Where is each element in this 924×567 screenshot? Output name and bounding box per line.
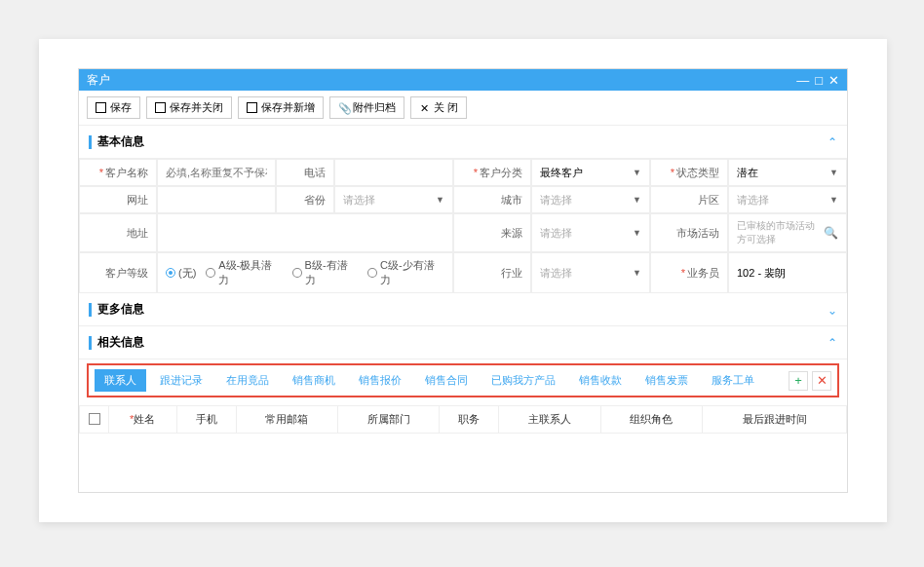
caret-down-icon: ▼ — [436, 195, 444, 205]
province-select[interactable]: 请选择▼ — [343, 193, 444, 208]
more-info-header[interactable]: 更多信息 ⌃ — [79, 293, 847, 326]
address-input[interactable] — [166, 227, 444, 239]
city-select[interactable]: 请选择▼ — [540, 193, 641, 208]
select-all-checkbox[interactable] — [89, 413, 100, 425]
tab-followup[interactable]: 跟进记录 — [150, 369, 212, 392]
save-icon — [96, 102, 106, 113]
related-info-header: 相关信息 ⌃ — [79, 326, 847, 359]
district-select[interactable]: 请选择▼ — [737, 193, 838, 208]
add-row-button[interactable]: + — [789, 371, 808, 391]
save-close-button[interactable]: 保存并关闭 — [146, 96, 232, 119]
attachment-icon: 📎 — [338, 102, 349, 113]
collapse-related-icon[interactable]: ⌃ — [828, 336, 837, 350]
level-radio-b[interactable]: B级-有潜力 — [292, 258, 358, 287]
basic-form-grid: *客户名称 电话 *客户分类 最终客户▼ *状态类型 潜在▼ 网址 省份 请选择… — [79, 159, 847, 293]
save-icon — [247, 102, 257, 113]
delete-row-button[interactable]: ✕ — [812, 371, 831, 391]
maximize-button[interactable]: □ — [815, 74, 823, 87]
tab-contract[interactable]: 销售合同 — [415, 369, 478, 392]
level-radio-group: (无) A级-极具潜力 B级-有潜力 C级-少有潜力 — [166, 258, 444, 287]
save-button[interactable]: 保存 — [87, 96, 140, 119]
source-select[interactable]: 请选择▼ — [540, 226, 641, 241]
level-radio-a[interactable]: A级-极具潜力 — [206, 258, 282, 287]
caret-down-icon: ▼ — [633, 228, 641, 238]
customer-name-input[interactable] — [166, 167, 267, 178]
url-input[interactable] — [166, 194, 267, 206]
level-radio-none[interactable]: (无) — [166, 266, 196, 281]
attachment-button[interactable]: 📎附件归档 — [329, 96, 404, 119]
window-controls: — □ ✕ — [796, 74, 839, 87]
tab-contacts[interactable]: 联系人 — [95, 369, 146, 392]
activity-lookup[interactable]: 已审核的市场活动方可选择🔍 — [737, 219, 838, 246]
customer-window: 客户 — □ ✕ 保存 保存并关闭 保存并新增 📎附件归档 ✕关 闭 基本信息 … — [78, 68, 848, 493]
save-new-button[interactable]: 保存并新增 — [238, 96, 324, 119]
caret-down-icon: ▼ — [633, 195, 641, 205]
search-icon[interactable]: 🔍 — [824, 226, 838, 240]
tab-opportunity[interactable]: 销售商机 — [283, 369, 345, 392]
expand-more-icon[interactable]: ⌃ — [828, 303, 837, 317]
caret-down-icon: ▼ — [829, 195, 838, 205]
contacts-table: *姓名 手机 常用邮箱 所属部门 职务 主联系人 组织角色 最后跟进时间 — [79, 405, 847, 434]
level-radio-c[interactable]: C级-少有潜力 — [367, 258, 444, 287]
save-icon — [155, 102, 166, 113]
salesperson-value: 102 - 裴朗 — [737, 266, 786, 281]
category-select[interactable]: 最终客户▼ — [540, 166, 641, 180]
status-select[interactable]: 潜在▼ — [737, 166, 838, 180]
toolbar: 保存 保存并关闭 保存并新增 📎附件归档 ✕关 闭 — [79, 91, 847, 126]
caret-down-icon: ▼ — [633, 268, 641, 278]
tab-competitors[interactable]: 在用竟品 — [216, 369, 279, 392]
tabs-container: 联系人 跟进记录 在用竟品 销售商机 销售报价 销售合同 已购我方产品 销售收款… — [87, 363, 839, 397]
basic-info-header: 基本信息 ⌃ — [79, 126, 847, 159]
tab-purchased[interactable]: 已购我方产品 — [481, 369, 565, 392]
tab-quote[interactable]: 销售报价 — [349, 369, 411, 392]
tab-receipt[interactable]: 销售收款 — [569, 369, 632, 392]
minimize-button[interactable]: — — [796, 74, 809, 87]
tab-invoice[interactable]: 销售发票 — [635, 369, 698, 392]
industry-select[interactable]: 请选择▼ — [540, 266, 641, 281]
titlebar: 客户 — □ ✕ — [79, 69, 847, 91]
table-body-empty — [79, 434, 847, 492]
phone-input[interactable] — [343, 167, 444, 178]
window-title: 客户 — [87, 72, 110, 89]
caret-down-icon: ▼ — [829, 168, 838, 177]
tab-service[interactable]: 服务工单 — [702, 369, 764, 392]
close-window-button[interactable]: ✕ — [828, 74, 839, 87]
table-header-row: *姓名 手机 常用邮箱 所属部门 职务 主联系人 组织角色 最后跟进时间 — [80, 406, 847, 434]
close-button[interactable]: ✕关 闭 — [410, 96, 467, 119]
close-icon: ✕ — [419, 102, 430, 113]
collapse-basic-icon[interactable]: ⌃ — [828, 135, 837, 149]
caret-down-icon: ▼ — [633, 168, 641, 177]
